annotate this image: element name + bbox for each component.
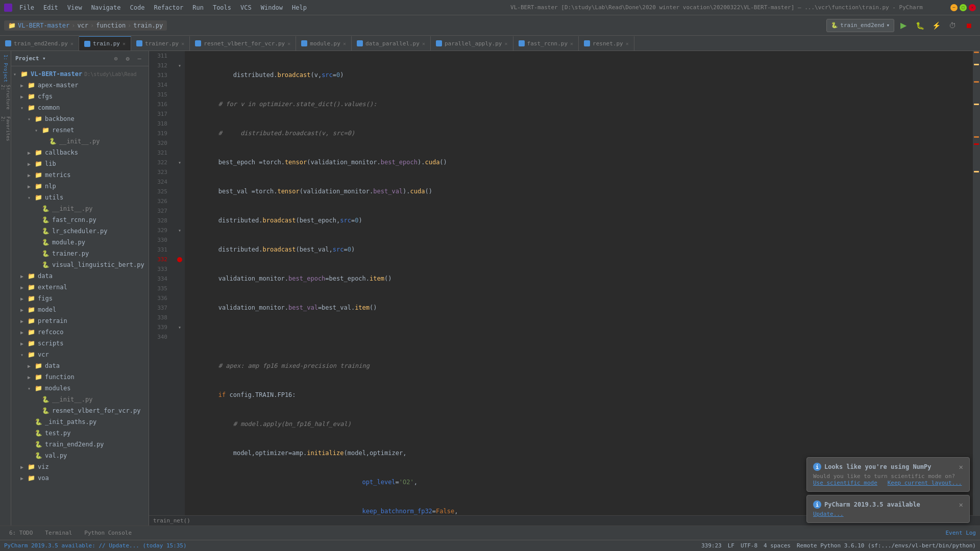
tree-item-callbacks[interactable]: ▶ 📁 callbacks xyxy=(11,147,149,158)
tab-resnet-vlbert[interactable]: resnet_vlbert_for_vcr.py ✕ xyxy=(190,36,296,51)
notif-link-scientific[interactable]: Use scientific mode xyxy=(813,480,877,486)
fold-arrow-322[interactable]: ▾ xyxy=(178,160,181,165)
status-lf[interactable]: LF xyxy=(728,542,734,549)
tree-item-resnet-vlbert-modules[interactable]: ▶ 🐍 resnet_vlbert_for_vcr.py xyxy=(11,405,149,416)
tree-item-model[interactable]: ▶ 📁 model xyxy=(11,304,149,315)
tree-item-vcr-modules[interactable]: ▾ 📁 modules xyxy=(11,383,149,394)
tree-item-nlp[interactable]: ▶ 📁 nlp xyxy=(11,181,149,192)
tab-close[interactable]: ✕ xyxy=(422,41,425,46)
stop-button[interactable]: ⏹ xyxy=(962,18,976,33)
tree-item-test-py[interactable]: ▶ 🐍 test.py xyxy=(11,428,149,439)
tree-item-vcr-function[interactable]: ▶ 📁 function xyxy=(11,371,149,383)
menu-help[interactable]: Help xyxy=(288,3,311,12)
favorites-button[interactable]: 2: Favorites xyxy=(1,116,10,147)
tree-item-train-end2end-py[interactable]: ▶ 🐍 train_end2end.py xyxy=(11,439,149,450)
tree-item-apex[interactable]: ▶ 📁 apex-master xyxy=(11,80,149,91)
notif-close-1[interactable]: ✕ xyxy=(959,463,963,471)
menu-code[interactable]: Code xyxy=(126,3,149,12)
coverage-button[interactable]: ⚡ xyxy=(929,18,943,33)
event-log-button[interactable]: Event Log xyxy=(945,530,976,536)
tree-item-lr-scheduler[interactable]: ▶ 🐍 lr_scheduler.py xyxy=(11,226,149,237)
tree-item-figs[interactable]: ▶ 📁 figs xyxy=(11,293,149,304)
close-button[interactable]: ✕ xyxy=(969,4,976,11)
sidebar-collapse-button[interactable]: — xyxy=(134,54,144,64)
profile-button[interactable]: ⏱ xyxy=(945,18,960,33)
tab-trainer[interactable]: trainer.py ✕ xyxy=(131,36,190,51)
tree-item-cfgs[interactable]: ▶ 📁 cfgs xyxy=(11,91,149,102)
tree-item-voa[interactable]: ▶ 📁 voa xyxy=(11,472,149,484)
tab-close[interactable]: ✕ xyxy=(626,41,629,46)
tab-close[interactable]: ✕ xyxy=(70,41,74,46)
tree-item-init-modules[interactable]: ▶ 🐍 __init__.py xyxy=(11,394,149,405)
menu-file[interactable]: File xyxy=(15,3,38,12)
tab-close[interactable]: ✕ xyxy=(343,41,346,46)
python-console-tab[interactable]: Python Console xyxy=(79,527,137,539)
run-config-selector[interactable]: 🐍 train_end2end ▾ xyxy=(826,19,894,32)
breakpoint-332[interactable] xyxy=(177,257,182,262)
maximize-button[interactable]: □ xyxy=(960,4,967,11)
tab-module[interactable]: module.py ✕ xyxy=(296,36,352,51)
breadcrumb[interactable]: 📁 VL-BERT-master › vcr › function › trai… xyxy=(4,20,167,31)
sidebar-sync-button[interactable]: ⊙ xyxy=(111,54,121,64)
tab-close[interactable]: ✕ xyxy=(570,41,573,46)
tree-item-pretrain[interactable]: ▶ 📁 pretrain xyxy=(11,315,149,327)
debug-button[interactable]: 🐛 xyxy=(913,18,927,33)
tree-item-init-utils[interactable]: ▶ 🐍 __init__.py xyxy=(11,203,149,214)
menu-run[interactable]: Run xyxy=(188,3,208,12)
tree-item-utils[interactable]: ▾ 📁 utils xyxy=(11,192,149,203)
structure-view-button[interactable]: 2: Structure xyxy=(1,85,10,115)
tree-item-trainer-py[interactable]: ▶ 🐍 trainer.py xyxy=(11,248,149,259)
status-position[interactable]: 339:23 xyxy=(701,542,722,549)
fold-arrow-329[interactable]: ▾ xyxy=(178,228,181,233)
tab-fast-rcnn[interactable]: fast_rcnn.py ✕ xyxy=(513,36,579,51)
sidebar-settings-button[interactable]: ⚙ xyxy=(122,54,133,64)
minimize-button[interactable]: ─ xyxy=(950,4,958,11)
file-tree[interactable]: ▾ 📁 VL-BERT-master D:\study\Lab\Read ▶ 📁… xyxy=(11,66,149,525)
notif-link-update[interactable]: Update... xyxy=(813,511,844,517)
tree-item-vcr[interactable]: ▾ 📁 vcr xyxy=(11,349,149,360)
tab-parallel-apply[interactable]: parallel_apply.py ✕ xyxy=(431,36,513,51)
breadcrumb-project[interactable]: 📁 xyxy=(8,22,16,29)
menu-refactor[interactable]: Refactor xyxy=(150,3,187,12)
tree-item-viz[interactable]: ▶ 📁 viz xyxy=(11,461,149,472)
tree-item-scripts[interactable]: ▶ 📁 scripts xyxy=(11,338,149,349)
notif-close-2[interactable]: ✕ xyxy=(959,500,963,509)
tree-item-metrics[interactable]: ▶ 📁 metrics xyxy=(11,169,149,181)
code-content[interactable]: distributed.broadcast(v, src=0) # for v … xyxy=(185,51,973,515)
terminal-tab[interactable]: Terminal xyxy=(40,527,77,539)
tab-close[interactable]: ✕ xyxy=(505,41,508,46)
tree-item-vcr-data[interactable]: ▶ 📁 data xyxy=(11,360,149,371)
run-button[interactable]: ▶ xyxy=(896,18,911,33)
tree-item-external[interactable]: ▶ 📁 external xyxy=(11,282,149,293)
todo-tab[interactable]: 6: TODO xyxy=(4,527,38,539)
tree-item-common[interactable]: ▾ 📁 common xyxy=(11,102,149,113)
tab-close[interactable]: ✕ xyxy=(122,41,126,46)
notif-link-keep[interactable]: Keep current layout... xyxy=(888,480,962,486)
project-view-button[interactable]: 1: Project xyxy=(1,53,10,84)
fold-arrow-339[interactable]: ▾ xyxy=(178,324,181,330)
status-interpreter[interactable]: Remote Python 3.6.10 (sf:.../envs/vl-ber… xyxy=(797,542,976,549)
menu-window[interactable]: Window xyxy=(257,3,287,12)
fold-arrow-312[interactable]: ▾ xyxy=(178,63,181,68)
tab-resnet[interactable]: resnet.py ✕ xyxy=(579,36,634,51)
status-charset[interactable]: UTF-8 xyxy=(741,542,757,549)
tree-item-module-py[interactable]: ▶ 🐍 module.py xyxy=(11,237,149,248)
menu-vcs[interactable]: VCS xyxy=(236,3,256,12)
tab-train-end2end[interactable]: train_end2end.py ✕ xyxy=(0,36,79,51)
tree-item-init-resnet[interactable]: ▶ 🐍 __init__.py xyxy=(11,136,149,147)
tree-item-lib[interactable]: ▶ 📁 lib xyxy=(11,158,149,169)
tab-data-parallel[interactable]: data_parallel.py ✕ xyxy=(352,36,431,51)
menu-tools[interactable]: Tools xyxy=(209,3,235,12)
run-config-dropdown[interactable]: ▾ xyxy=(886,22,890,29)
tree-item-visual-bert[interactable]: ▶ 🐍 visual_linguistic_bert.py xyxy=(11,259,149,270)
tree-item-fast-rcnn[interactable]: ▶ 🐍 fast_rcnn.py xyxy=(11,214,149,226)
menu-edit[interactable]: Edit xyxy=(39,3,62,12)
tree-item-val-py[interactable]: ▶ 🐍 val.py xyxy=(11,450,149,461)
scroll-gutter[interactable] xyxy=(973,51,980,515)
tree-item-refcoco[interactable]: ▶ 📁 refcoco xyxy=(11,327,149,338)
status-indent[interactable]: 4 spaces xyxy=(764,542,791,549)
menu-navigate[interactable]: Navigate xyxy=(87,3,125,12)
tab-close[interactable]: ✕ xyxy=(181,41,184,46)
tree-item-init-paths[interactable]: ▶ 🐍 _init_paths.py xyxy=(11,416,149,428)
tree-item-data[interactable]: ▶ 📁 data xyxy=(11,270,149,282)
